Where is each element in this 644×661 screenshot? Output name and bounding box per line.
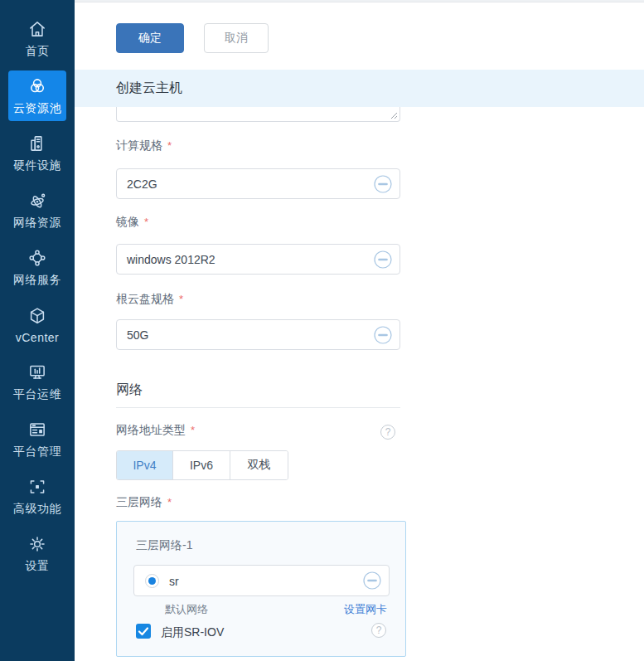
app-window: 首页 云资源池 硬件设施 网络资源 — [0, 0, 644, 661]
sidebar-item-label: 首页 — [26, 44, 50, 59]
root-disk-value: 50G — [127, 328, 148, 342]
image-input[interactable]: windows 2012R2 — [116, 244, 400, 275]
l3-network-card-title: 三层网络-1 — [136, 538, 192, 553]
page-header: 创建云主机 — [75, 70, 644, 107]
gear-icon — [27, 533, 48, 555]
root-disk-input[interactable]: 50G — [116, 319, 400, 350]
top-divider — [75, 0, 644, 2]
sidebar-item-label: vCenter — [16, 331, 60, 344]
section-divider — [116, 407, 400, 408]
required-marker: * — [179, 293, 183, 305]
set-nic-link[interactable]: 设置网卡 — [344, 602, 387, 617]
panel-icon — [27, 419, 48, 440]
section-title-network: 网络 — [116, 382, 143, 399]
main-content: 确定 取消 创建云主机 计算规格* 2C2G 镜像* w — [75, 0, 644, 661]
required-marker: * — [191, 424, 195, 436]
monitor-icon — [27, 362, 48, 383]
network-radio[interactable] — [145, 574, 159, 588]
home-icon — [27, 18, 48, 40]
sidebar-item-label: 云资源池 — [13, 101, 61, 116]
help-icon[interactable]: ? — [371, 623, 386, 638]
help-icon[interactable]: ? — [380, 425, 395, 440]
hardware-icon — [27, 133, 48, 154]
compute-spec-value: 2C2G — [127, 177, 157, 191]
sidebar-item-vcenter[interactable]: vCenter — [8, 299, 66, 350]
sidebar: 首页 云资源池 硬件设施 网络资源 — [0, 0, 75, 661]
network-resource-icon — [27, 190, 48, 211]
sidebar-item-label: 硬件设施 — [13, 158, 61, 173]
l3-network-card: 三层网络-1 sr 默认网络 设置网卡 启用SR-IOV ? — [116, 521, 406, 657]
sidebar-item-network-service[interactable]: 网络服务 — [8, 242, 66, 293]
remove-icon[interactable] — [374, 326, 392, 344]
field-label: 三层网络* — [116, 495, 172, 510]
sidebar-item-platform-ops[interactable]: 平台运维 — [8, 357, 66, 407]
sriov-label: 启用SR-IOV — [161, 625, 224, 640]
radio-dot — [148, 577, 156, 585]
sidebar-item-label: 设置 — [26, 559, 50, 574]
required-marker: * — [167, 139, 172, 152]
l3-network-input[interactable]: sr — [133, 565, 390, 596]
tab-dual-stack[interactable]: 双栈 — [230, 451, 288, 479]
sidebar-item-home[interactable]: 首页 — [8, 13, 66, 64]
sidebar-item-label: 高级功能 — [13, 502, 61, 517]
required-marker: * — [167, 496, 172, 508]
remove-icon[interactable] — [374, 175, 392, 193]
advanced-icon — [27, 476, 48, 498]
resize-grip-icon[interactable] — [390, 111, 398, 119]
default-network-label: 默认网络 — [165, 602, 208, 617]
sidebar-item-settings[interactable]: 设置 — [8, 528, 66, 579]
page-title: 创建云主机 — [116, 80, 182, 97]
remove-icon[interactable] — [374, 250, 392, 269]
image-value: windows 2012R2 — [127, 253, 215, 266]
sidebar-item-network-resource[interactable]: 网络资源 — [8, 185, 66, 236]
description-textarea[interactable] — [116, 107, 400, 122]
cancel-button[interactable]: 取消 — [204, 23, 269, 53]
required-marker: * — [144, 216, 148, 228]
tab-ipv4[interactable]: IPv4 — [117, 451, 172, 479]
field-label: 计算规格* — [116, 139, 172, 153]
sidebar-item-label: 平台运维 — [13, 387, 61, 402]
sidebar-item-advanced[interactable]: 高级功能 — [8, 471, 66, 522]
sidebar-item-label: 网络资源 — [13, 216, 61, 231]
sidebar-item-label: 网络服务 — [13, 273, 61, 288]
address-type-tabs: IPv4 IPv6 双栈 — [116, 450, 288, 480]
tab-ipv6[interactable]: IPv6 — [172, 451, 230, 479]
sidebar-item-label: 平台管理 — [13, 445, 61, 459]
field-label: 根云盘规格* — [116, 292, 183, 307]
cloud-pool-icon — [27, 75, 48, 97]
sidebar-item-platform-admin[interactable]: 平台管理 — [8, 414, 66, 464]
l3-network-value: sr — [169, 566, 179, 597]
sidebar-item-cloud-pool[interactable]: 云资源池 — [8, 70, 66, 121]
field-label: 网络地址类型* — [116, 423, 195, 438]
sidebar-item-hardware[interactable]: 硬件设施 — [8, 128, 66, 178]
field-label: 镜像* — [116, 215, 148, 230]
check-icon — [136, 624, 151, 639]
network-service-icon — [27, 247, 48, 269]
remove-icon[interactable] — [363, 571, 381, 590]
sriov-checkbox[interactable] — [136, 624, 151, 639]
confirm-button[interactable]: 确定 — [116, 23, 184, 53]
cube-icon — [27, 305, 48, 327]
compute-spec-input[interactable]: 2C2G — [116, 168, 400, 199]
